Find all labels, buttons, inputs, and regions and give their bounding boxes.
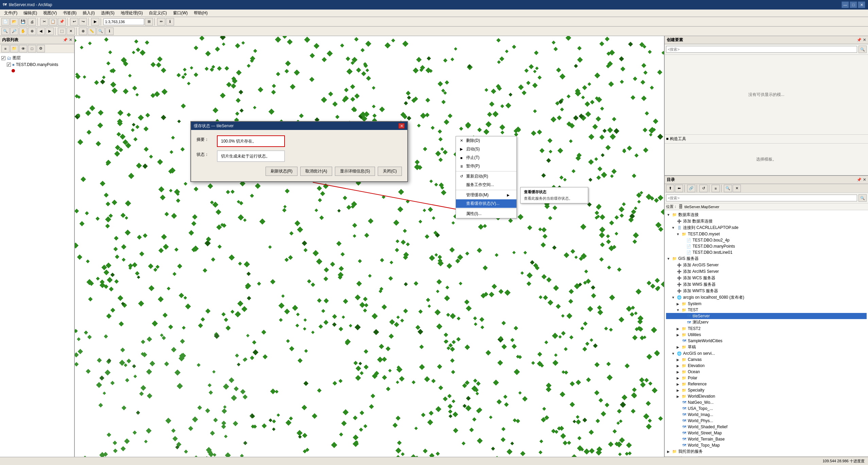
- menu-window[interactable]: 窗口(W): [170, 10, 190, 17]
- tree-expander-11[interactable]: [671, 282, 676, 287]
- zoom-out-btn[interactable]: 🔎: [10, 28, 18, 35]
- tree-item-14[interactable]: ▶📁System: [666, 301, 867, 307]
- undo-btn[interactable]: ↩: [70, 18, 78, 26]
- tree-expander-17[interactable]: [680, 320, 685, 325]
- tree-expander-16[interactable]: [680, 314, 685, 318]
- ctx-manage-cache[interactable]: 管理缓存(M) ▶: [456, 191, 516, 199]
- tree-item-3[interactable]: ▼📁TEST.DBO.myset: [666, 231, 867, 237]
- goto-xy-btn[interactable]: ⊕: [79, 28, 87, 35]
- tree-expander-34[interactable]: [676, 425, 680, 429]
- tree-expander-33[interactable]: [676, 418, 680, 423]
- print-btn[interactable]: 🖨: [28, 18, 36, 26]
- tree-item-28[interactable]: ▶📁Specialty: [666, 387, 867, 393]
- menu-select[interactable]: 选择(S): [98, 10, 117, 17]
- cf-search-input[interactable]: [666, 46, 857, 53]
- tree-item-36[interactable]: 🗺World_Terrain_Base: [666, 436, 867, 442]
- tree-item-31[interactable]: 🗺USA_Topo_...: [666, 405, 867, 412]
- prev-extent-btn[interactable]: ◀: [37, 28, 45, 35]
- identify2-btn[interactable]: ℹ: [105, 28, 114, 35]
- tree-expander-3[interactable]: ▼: [676, 232, 680, 236]
- select-btn[interactable]: ▶: [91, 18, 99, 26]
- tree-item-23[interactable]: ▶📁Canvas: [666, 356, 867, 363]
- cat-connect-btn[interactable]: 🔗: [687, 185, 695, 192]
- full-extent-btn[interactable]: ⊕: [28, 28, 36, 35]
- tree-expander-0[interactable]: ▼: [666, 213, 671, 217]
- cat-up-btn[interactable]: ⬆: [666, 185, 674, 192]
- paste-btn[interactable]: 📌: [58, 18, 66, 26]
- tree-item-7[interactable]: ▼📁GIS 服务器: [666, 255, 867, 262]
- close-btn[interactable]: ✕: [858, 1, 865, 8]
- tree-expander-9[interactable]: [671, 269, 676, 274]
- tree-item-18[interactable]: ▶📁TEST2: [666, 326, 867, 332]
- tree-item-29[interactable]: ▶📁WorldElevation: [666, 393, 867, 399]
- find-btn[interactable]: 🔍: [97, 28, 105, 35]
- refresh-status-btn[interactable]: 刷新状态(R): [266, 167, 298, 176]
- map-frame[interactable]: [75, 36, 664, 460]
- cat-options-btn[interactable]: ≡: [712, 185, 720, 192]
- ctx-pause[interactable]: ⏸ 暂停(P): [456, 162, 516, 170]
- tree-expander-27[interactable]: ▶: [676, 382, 680, 386]
- catalog-close-icon[interactable]: ✕: [863, 178, 866, 182]
- ctx-workspace[interactable]: 服务工作空间...: [456, 181, 516, 189]
- tree-item-38[interactable]: ▶📁我托管的服务: [666, 448, 867, 455]
- new-btn[interactable]: 📄: [1, 18, 10, 26]
- show-details-btn[interactable]: 显示详细信息(S): [335, 167, 375, 176]
- next-extent-btn[interactable]: ▶: [46, 28, 54, 35]
- tree-expander-18[interactable]: ▶: [676, 326, 680, 331]
- scale-input[interactable]: 1:3,763,136: [103, 18, 144, 25]
- toc-list-by-source[interactable]: 📁: [10, 45, 18, 52]
- save-btn[interactable]: 💾: [19, 18, 27, 26]
- cat-delete-btn[interactable]: ✕: [733, 185, 741, 192]
- menu-edit[interactable]: 编辑(E): [21, 10, 40, 17]
- tree-expander-23[interactable]: ▶: [676, 357, 680, 362]
- tree-item-33[interactable]: 🗺World_Phys...: [666, 418, 867, 424]
- ctx-stop[interactable]: ■ 停止(T): [456, 153, 516, 162]
- tree-expander-29[interactable]: ▶: [676, 394, 680, 399]
- tree-expander-24[interactable]: ▶: [676, 363, 680, 368]
- tree-item-25[interactable]: ▶📁Ocean: [666, 369, 867, 375]
- tree-item-26[interactable]: ▶📁Polar: [666, 375, 867, 381]
- tree-item-27[interactable]: ▶📁Reference: [666, 381, 867, 387]
- toc-pin-icon[interactable]: 📌: [63, 38, 68, 42]
- catalog-pin-icon[interactable]: 📌: [857, 178, 862, 182]
- tree-item-22[interactable]: ▼🌐ArcGIS on servi...: [666, 350, 867, 356]
- dialog-close-btn[interactable]: ✕: [398, 123, 405, 129]
- close-btn[interactable]: 关闭(C): [378, 167, 402, 176]
- cf-pin-icon[interactable]: 📌: [857, 38, 862, 42]
- menu-customize[interactable]: 自定义(C): [146, 10, 170, 17]
- tree-item-16[interactable]: 🗺tileServer: [666, 313, 867, 319]
- catalog-search-input[interactable]: [666, 195, 857, 201]
- menu-insert[interactable]: 插入(I): [80, 10, 97, 17]
- tree-item-2[interactable]: ▼🗄连接到 CACRLLELAPTOP.sde: [666, 225, 867, 231]
- cancel-stats-btn[interactable]: 取消统计(A): [300, 167, 332, 176]
- menu-file[interactable]: 文件(F): [1, 10, 20, 17]
- zoom-extent-btn[interactable]: ⊞: [145, 18, 153, 26]
- tree-item-37[interactable]: 🗺World_Topo_Map: [666, 442, 867, 448]
- tree-expander-2[interactable]: ▼: [671, 226, 676, 230]
- redo-btn[interactable]: ↪: [79, 18, 87, 26]
- tree-item-20[interactable]: 🗺SampleWorldCities: [666, 338, 867, 344]
- zoom-in-btn[interactable]: 🔍: [1, 28, 10, 35]
- cf-search-btn[interactable]: 🔍: [858, 46, 867, 53]
- layer-checkbox[interactable]: ✓: [7, 63, 11, 67]
- tree-expander-28[interactable]: ▶: [676, 388, 680, 393]
- copy-btn[interactable]: 📋: [49, 18, 57, 26]
- ctx-view-cache[interactable]: 查看缓存状态(V)...: [456, 199, 516, 208]
- tree-expander-8[interactable]: [671, 263, 676, 268]
- ctx-restart[interactable]: ↺ 重新启动(R): [456, 172, 516, 181]
- menu-help[interactable]: 帮助(H): [191, 10, 210, 17]
- tree-item-11[interactable]: ➕添加 WMS 服务器: [666, 281, 867, 288]
- cat-zoom-btn[interactable]: 🔍: [724, 185, 732, 192]
- ctx-properties[interactable]: 属性(I)...: [456, 210, 516, 218]
- tree-expander-30[interactable]: [676, 400, 680, 405]
- tree-item-13[interactable]: ▼🌐arcgis on localhost_6080 (发布者): [666, 294, 867, 301]
- tree-expander-12[interactable]: [671, 289, 676, 294]
- tree-expander-13[interactable]: ▼: [671, 295, 676, 300]
- editor-btn[interactable]: ✏: [157, 18, 165, 26]
- clear-sel-btn[interactable]: ✕: [67, 28, 75, 35]
- catalog-search-btn[interactable]: 🔍: [858, 194, 867, 202]
- tree-expander-21[interactable]: ▶: [676, 345, 680, 350]
- toc-close-icon[interactable]: ✕: [69, 38, 72, 42]
- tree-item-5[interactable]: 📄TEST.DBO.manyPoints: [666, 243, 867, 249]
- tree-expander-20[interactable]: [676, 338, 680, 343]
